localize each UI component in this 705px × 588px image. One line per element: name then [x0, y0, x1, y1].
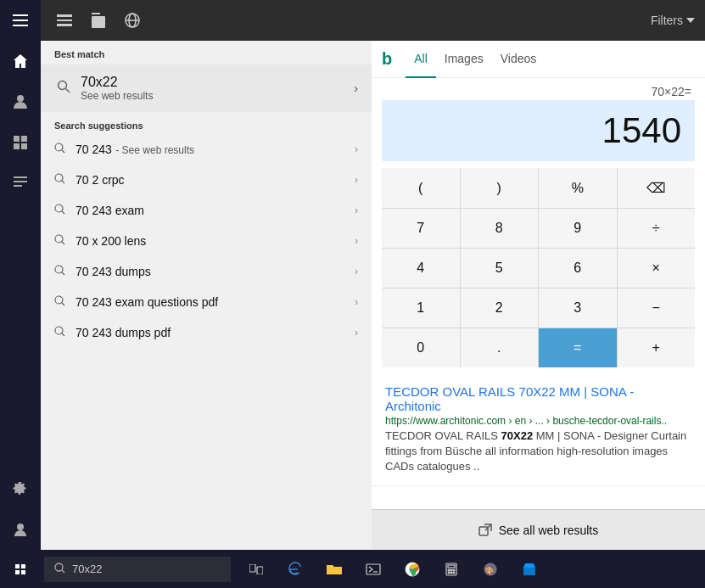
calc-button-4[interactable]: 4 — [382, 249, 460, 288]
svg-point-26 — [55, 204, 63, 212]
svg-line-27 — [62, 211, 64, 214]
suggestion-item[interactable]: 70 243 exam › — [41, 195, 372, 226]
suggestion-sub: - See web results — [115, 144, 194, 156]
calc-button--[interactable]: × — [618, 249, 696, 288]
suggestion-text: 70 x 200 lens — [76, 234, 146, 248]
suggestion-main: 70 243 exam questions pdf — [76, 294, 355, 310]
suggestion-text: 70 243 exam — [76, 204, 144, 217]
suggestion-item[interactable]: 70 243 - See web results › — [41, 134, 372, 165]
calc-button-1[interactable]: 1 — [382, 288, 460, 328]
svg-point-38 — [55, 563, 63, 571]
svg-point-50 — [453, 569, 455, 571]
svg-line-39 — [62, 570, 64, 573]
web-result-title[interactable]: TECDOR OVAL RAILS 70X22 MM | SONA - Arch… — [385, 384, 691, 413]
suggestion-search-icon — [54, 234, 65, 248]
svg-line-21 — [66, 89, 70, 93]
chrome-icon[interactable] — [394, 550, 431, 588]
svg-point-28 — [55, 235, 63, 243]
calc-button-5[interactable]: 5 — [461, 249, 539, 288]
svg-rect-40 — [249, 564, 255, 572]
svg-rect-10 — [14, 185, 22, 187]
calc-button--[interactable]: = — [539, 328, 617, 367]
svg-point-24 — [55, 174, 63, 182]
settings-icon[interactable] — [0, 468, 41, 509]
svg-point-34 — [55, 327, 63, 334]
suggestions-list: 70 243 - See web results › 70 2 crpc › 7… — [41, 134, 372, 348]
svg-point-48 — [448, 569, 450, 571]
calc-button-0[interactable]: 0 — [382, 328, 460, 367]
paint-icon[interactable]: 🎨 — [472, 550, 509, 588]
calc-expression: 70×22= — [372, 78, 705, 100]
calc-button-3[interactable]: 3 — [539, 288, 617, 328]
best-match-text: 70x22 See web results — [81, 75, 354, 102]
calc-button-8[interactable]: 8 — [461, 209, 539, 248]
bing-logo: b — [382, 49, 392, 69]
suggestion-item[interactable]: 70 x 200 lens › — [41, 226, 372, 256]
edge-icon[interactable] — [277, 550, 314, 588]
calc-button-7[interactable]: 7 — [382, 209, 460, 248]
suggestion-arrow-icon: › — [355, 235, 358, 247]
best-match-subtitle: See web results — [81, 90, 354, 102]
svg-rect-4 — [14, 136, 20, 142]
list-view-icon[interactable] — [51, 7, 78, 34]
svg-line-35 — [62, 333, 64, 336]
suggestion-item[interactable]: 70 243 dumps pdf › — [41, 317, 372, 348]
svg-point-20 — [59, 81, 67, 90]
document-icon[interactable] — [85, 7, 112, 34]
home-icon[interactable] — [0, 41, 41, 81]
suggestion-arrow-icon: › — [355, 296, 358, 308]
task-view-icon[interactable] — [238, 550, 275, 588]
tab-all[interactable]: All — [406, 41, 436, 78]
svg-point-3 — [17, 95, 24, 102]
suggestion-main: 70 243 dumps pdf — [76, 325, 355, 340]
calc-button--[interactable]: ÷ — [618, 209, 696, 248]
calc-button-6[interactable]: 6 — [539, 249, 617, 288]
best-match-row[interactable]: 70x22 See web results › — [41, 64, 372, 112]
globe-icon[interactable] — [119, 7, 146, 34]
calc-button--[interactable]: ) — [461, 168, 539, 208]
suggestions-label: Search suggestions — [41, 112, 372, 134]
svg-line-31 — [62, 272, 64, 275]
calculator-taskbar-icon[interactable] — [433, 550, 470, 588]
suggestion-item[interactable]: 70 2 crpc › — [41, 165, 372, 195]
svg-rect-9 — [14, 181, 27, 182]
taskbar: 70x22 — [0, 550, 705, 588]
calc-button-2[interactable]: 2 — [461, 288, 539, 328]
start-button[interactable] — [0, 550, 41, 588]
svg-point-11 — [17, 524, 24, 530]
file-explorer-icon[interactable] — [316, 550, 353, 588]
svg-point-30 — [55, 266, 63, 273]
person-icon[interactable] — [0, 81, 41, 122]
calc-button--[interactable]: ⌫ — [618, 168, 696, 208]
hamburger-menu-icon[interactable] — [0, 0, 41, 41]
calc-button--[interactable]: % — [539, 168, 617, 208]
suggestion-item[interactable]: 70 243 exam questions pdf › — [41, 287, 372, 317]
calc-button-9[interactable]: 9 — [539, 209, 617, 248]
calc-button--[interactable]: ( — [382, 168, 460, 208]
tab-images[interactable]: Images — [436, 41, 492, 78]
suggestion-arrow-icon: › — [355, 327, 358, 339]
calc-button--[interactable]: + — [618, 328, 696, 367]
external-link-icon — [478, 524, 492, 537]
store-icon[interactable] — [511, 550, 548, 588]
terminal-icon[interactable] — [355, 550, 392, 588]
grid-icon[interactable] — [0, 122, 41, 163]
calc-result-box: 1540 — [382, 100, 695, 161]
svg-rect-56 — [523, 568, 535, 575]
svg-rect-13 — [57, 20, 72, 21]
svg-rect-2 — [13, 25, 28, 26]
calc-grid: ()%⌫789÷456×123−0.=+ — [382, 168, 695, 367]
taskbar-search[interactable]: 70x22 — [44, 557, 231, 582]
suggestion-item[interactable]: 70 243 dumps › — [41, 256, 372, 287]
news-icon[interactable] — [0, 163, 41, 204]
see-all-bar[interactable]: See all web results — [372, 509, 705, 550]
tab-videos[interactable]: Videos — [492, 41, 546, 78]
filters-button[interactable]: Filters — [651, 14, 695, 27]
suggestion-text: 70 243 exam questions pdf — [76, 295, 218, 309]
user-icon[interactable] — [0, 509, 41, 550]
calc-button--[interactable]: − — [618, 288, 696, 328]
calc-button--[interactable]: . — [461, 328, 539, 367]
see-all-label: See all web results — [499, 524, 599, 537]
suggestion-text: 70 243 dumps — [76, 265, 151, 278]
svg-point-49 — [450, 569, 452, 571]
